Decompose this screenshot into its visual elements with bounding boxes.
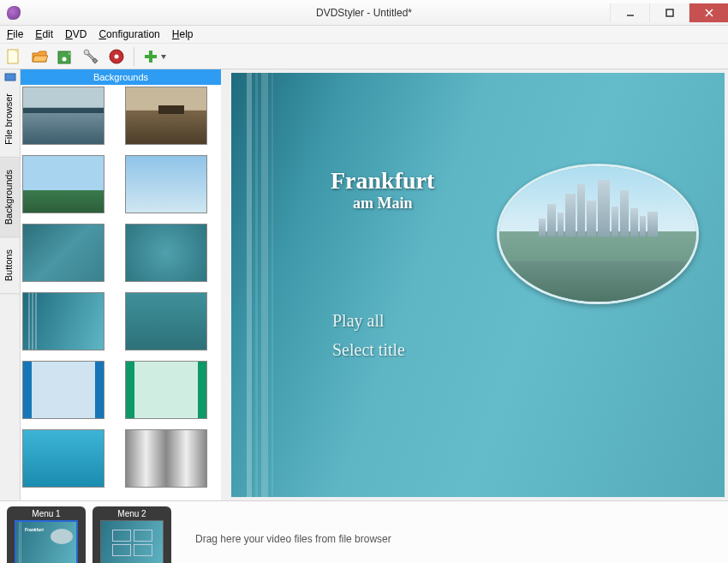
add-button[interactable] (141, 46, 170, 67)
dvd-title-main: Frankfurt (331, 167, 434, 195)
menu-item-select-title[interactable]: Select title (332, 335, 405, 364)
bg-thumb[interactable] (125, 87, 207, 145)
bg-thumb[interactable] (125, 429, 207, 488)
bg-thumb[interactable] (125, 361, 207, 419)
settings-button[interactable] (81, 46, 101, 67)
workspace: File browser Backgrounds Buttons Backgro… (0, 69, 728, 500)
menu-edit[interactable]: Edit (35, 28, 53, 40)
menu-file[interactable]: File (7, 28, 23, 40)
tab-backgrounds[interactable]: Backgrounds (0, 158, 20, 237)
svg-point-7 (84, 50, 89, 55)
decorative-stripes (247, 73, 273, 497)
side-tabs: File browser Backgrounds Buttons (0, 69, 21, 500)
timeline-menu-2-thumb (100, 520, 164, 564)
window-controls (610, 3, 728, 22)
dvd-menu-image-frame[interactable] (497, 164, 699, 304)
toolbar (0, 44, 728, 69)
dvd-title-block[interactable]: Frankfurt am Main (331, 167, 434, 213)
maximize-button[interactable] (649, 3, 689, 22)
app-icon (7, 6, 21, 20)
menubar: File Edit DVD Configuration Help (0, 26, 728, 44)
toolbar-separator (134, 47, 134, 66)
timeline[interactable]: Menu 1 Frankfurt Menu 2 Drag here your v… (0, 500, 728, 563)
menu-help[interactable]: Help (172, 28, 194, 40)
bg-thumb[interactable] (125, 155, 207, 213)
dvd-title-sub: am Main (331, 195, 434, 213)
backgrounds-panel: Backgrounds (21, 69, 221, 500)
bg-thumb[interactable] (125, 224, 207, 282)
timeline-menu-1-label: Menu 1 (32, 509, 60, 518)
bg-thumb[interactable] (22, 361, 104, 419)
dvd-menu-items: Play all Select title (332, 306, 405, 364)
tab-file-browser[interactable]: File browser (0, 81, 20, 158)
tab-buttons[interactable]: Buttons (0, 237, 20, 294)
new-project-button[interactable] (3, 46, 24, 67)
svg-point-10 (115, 54, 119, 58)
bg-thumb[interactable] (22, 224, 104, 282)
svg-rect-13 (5, 74, 15, 81)
window-title: DVDStyler - Untitled* (316, 7, 412, 19)
bg-thumb[interactable] (22, 429, 104, 488)
open-project-button[interactable] (29, 46, 50, 67)
backgrounds-header: Backgrounds (21, 69, 221, 85)
timeline-drop-hint: Drag here your video files from file bro… (195, 533, 391, 545)
menu-item-play-all[interactable]: Play all (332, 306, 405, 335)
dvd-menu-preview[interactable]: Frankfurt am Main Play all Select title (231, 73, 725, 497)
bg-thumb[interactable] (125, 292, 207, 350)
menu-dvd[interactable]: DVD (65, 28, 87, 40)
titlebar: DVDStyler - Untitled* (0, 0, 728, 26)
bg-thumb[interactable] (22, 155, 104, 213)
menu-configuration[interactable]: Configuration (98, 28, 159, 40)
save-project-button[interactable] (55, 46, 75, 67)
backgrounds-grid[interactable] (21, 85, 221, 500)
timeline-menu-1-thumb: Frankfurt (15, 520, 78, 564)
bg-thumb[interactable] (22, 292, 104, 350)
bg-thumb[interactable] (22, 87, 104, 145)
timeline-menu-1[interactable]: Menu 1 Frankfurt (7, 506, 86, 564)
svg-point-6 (63, 57, 67, 61)
folder-icon (4, 71, 16, 81)
close-button[interactable] (689, 3, 728, 22)
timeline-menu-2[interactable]: Menu 2 (92, 506, 171, 564)
timeline-menu-2-label: Menu 2 (117, 509, 146, 518)
side-tab-icon-holder (0, 69, 20, 81)
svg-rect-1 (666, 9, 673, 16)
burn-button[interactable] (106, 46, 127, 67)
preview-area: Frankfurt am Main Play all Select title (221, 69, 728, 500)
minimize-button[interactable] (610, 3, 649, 22)
